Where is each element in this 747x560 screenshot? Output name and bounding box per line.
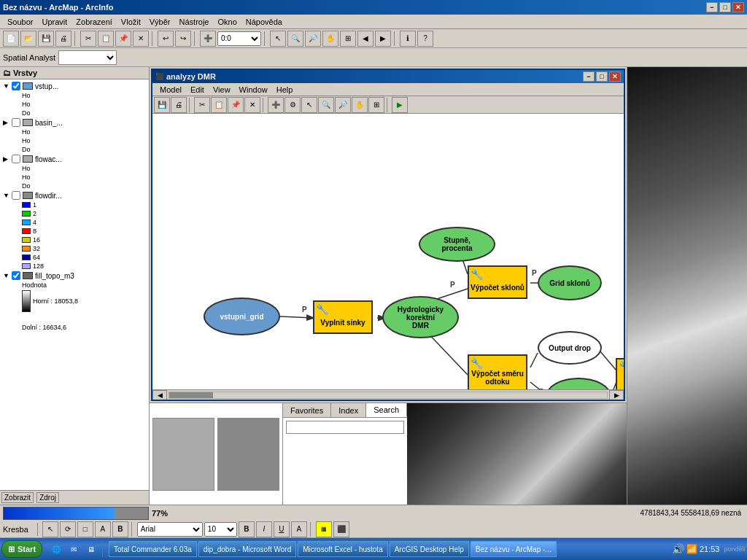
taskbar-excel[interactable]: Microsoft Excel - hustota (298, 541, 387, 557)
taskbar-word[interactable]: dip_dobra - Microsoft Word (198, 541, 296, 557)
node-grid-sklonu[interactable]: Grid sklonů (538, 265, 602, 300)
menu-napoveda[interactable]: Nápověda (241, 16, 287, 28)
adddata-btn[interactable]: ➕ (200, 31, 216, 47)
model-tb-paste[interactable]: 📌 (228, 97, 244, 113)
model-tb-cut[interactable]: ✂ (194, 97, 210, 113)
model-hscroll[interactable]: ◀ ▶ (152, 389, 624, 400)
open-btn[interactable]: 📂 (20, 31, 36, 47)
minimize-btn[interactable]: − (706, 2, 718, 12)
layer-check-basin[interactable] (12, 118, 20, 127)
redo-btn[interactable]: ↪ (175, 31, 191, 47)
layer-check-flowdir[interactable] (12, 191, 20, 200)
model-menu-view[interactable]: View (209, 84, 235, 96)
model-tb-save[interactable]: 💾 (154, 97, 170, 113)
node-hydrologicky[interactable]: HydrologickykorektníDMR (382, 296, 459, 338)
draw-select-btn[interactable]: ↖ (42, 521, 58, 537)
node-grid-flowdir[interactable]: Grid FlowDir (546, 378, 611, 389)
model-tb-run[interactable]: ▶ (392, 97, 408, 113)
model-menu-help[interactable]: Help (272, 84, 298, 96)
draw-bold-btn[interactable]: B (112, 521, 128, 537)
maximize-btn[interactable]: □ (719, 2, 731, 12)
new-btn[interactable]: 📄 (3, 31, 19, 47)
node-vypocet-smeru[interactable]: 🔧 Výpočet směru odtoku (468, 354, 527, 389)
layer-flowdir[interactable]: ▼ flowdir... (1, 190, 147, 201)
zoom-in-btn[interactable]: 🔍 (287, 31, 303, 47)
pan-btn[interactable]: ✋ (322, 31, 338, 47)
draw-bold2-btn[interactable]: B (239, 521, 255, 537)
model-tb-print[interactable]: 🖨 (171, 97, 187, 113)
model-tb-zoom-in[interactable]: 🔍 (318, 97, 334, 113)
node-output-drop[interactable]: Output drop (538, 331, 602, 365)
draw-fillcolor-btn[interactable]: ▦ (316, 521, 332, 537)
model-menu-window[interactable]: Window (235, 84, 272, 96)
identify-btn[interactable]: ℹ (400, 31, 416, 47)
zoom-prev-btn[interactable]: ◀ (357, 31, 374, 47)
print-btn[interactable]: 🖨 (55, 31, 71, 47)
ql-ie[interactable]: 🌐 (48, 541, 64, 557)
fontsize-select[interactable]: 10 (204, 522, 237, 537)
model-close[interactable]: ✕ (609, 71, 621, 82)
model-tb-add[interactable]: ➕ (268, 97, 284, 113)
model-tb-del[interactable]: ✕ (244, 97, 260, 113)
undo-btn[interactable]: ↩ (158, 31, 174, 47)
draw-underline-btn[interactable]: U (274, 521, 290, 537)
model-tb-copy[interactable]: 📋 (211, 97, 227, 113)
scroll-right[interactable]: ▶ (609, 390, 624, 400)
scale-select[interactable]: 0:0 (217, 31, 261, 46)
node-stupne[interactable]: Stupně,procenta (419, 227, 495, 262)
node-vyplnit-sinky[interactable]: 🔧 Vyplnit sinky (313, 300, 373, 334)
start-button[interactable]: ⊞ Start (1, 540, 42, 558)
draw-linecolor-btn[interactable]: ⬛ (333, 521, 349, 537)
scroll-thumb[interactable] (169, 392, 213, 398)
menu-soubor[interactable]: Soubor (3, 16, 37, 28)
model-menu-model[interactable]: Model (155, 84, 186, 96)
model-tb-zoom-out[interactable]: 🔎 (335, 97, 351, 113)
taskbar-commander[interactable]: Total Commander 6.03a (109, 541, 197, 557)
model-tb-pan[interactable]: ✋ (352, 97, 368, 113)
model-minimize[interactable]: − (583, 71, 595, 82)
layer-basin[interactable]: ▶ basin_... (1, 117, 147, 128)
draw-rotate-btn[interactable]: ⟳ (60, 521, 76, 537)
ql-show-desktop[interactable]: 🖥 (83, 541, 99, 557)
paste-btn[interactable]: 📌 (115, 31, 131, 47)
tab-favorites[interactable]: Favorites (283, 403, 331, 417)
zdroj-btn[interactable]: Zdroj (36, 492, 59, 503)
model-maximize[interactable]: □ (596, 71, 608, 82)
layer-vstupni[interactable]: ▼ vstup... (1, 81, 147, 91)
scroll-left[interactable]: ◀ (152, 390, 167, 400)
scroll-track[interactable] (169, 392, 608, 399)
menu-okno[interactable]: Okno (213, 16, 241, 28)
ql-email[interactable]: ✉ (66, 541, 82, 557)
draw-rect-btn[interactable]: □ (77, 521, 93, 537)
font-select[interactable]: Arial (137, 522, 203, 537)
zoom-out-btn[interactable]: 🔎 (305, 31, 321, 47)
tab-index[interactable]: Index (331, 403, 366, 417)
draw-text-btn[interactable]: A (95, 521, 111, 537)
taskbar-archelp[interactable]: ArcGIS Desktop Help (390, 541, 469, 557)
menu-vlozit[interactable]: Vložit (117, 16, 145, 28)
layer-filltopo[interactable]: ▼ fill_topo_m3 (1, 271, 147, 281)
node-vypocet-sklonu[interactable]: 🔧 Výpočet sklonů (468, 265, 527, 299)
search-input[interactable] (286, 421, 404, 434)
draw-color-btn[interactable]: A (291, 521, 307, 537)
close-btn[interactable]: ✕ (732, 2, 744, 12)
taskbar-arcmap[interactable]: Bez názvu - ArcMap -... (471, 541, 557, 557)
layer-check-vstupni[interactable] (12, 82, 20, 90)
node-vypocet-akum[interactable]: 🔧 Výpočet akumulace (616, 358, 624, 389)
model-tb-select[interactable]: ↖ (301, 97, 317, 113)
zobrazit-btn[interactable]: Zobrazit (1, 492, 34, 503)
cut-btn[interactable]: ✂ (80, 31, 96, 47)
select-btn[interactable]: ↖ (270, 31, 286, 47)
layer-flowac[interactable]: ▶ flowac... (1, 154, 147, 164)
layer-check-flowac[interactable] (12, 155, 20, 163)
draw-italic-btn[interactable]: I (256, 521, 272, 537)
menu-nastroje[interactable]: Nástroje (175, 16, 214, 28)
help-btn[interactable]: ? (417, 31, 433, 47)
save-btn[interactable]: 💾 (38, 31, 54, 47)
layer-check-fill[interactable] (12, 271, 20, 280)
model-tb-connect[interactable]: ⚙ (285, 97, 301, 113)
menu-vyber[interactable]: Výběr (145, 16, 175, 28)
node-vstupni-grid[interactable]: vstupni_grid (204, 298, 280, 335)
model-tb-fullext[interactable]: ⊞ (368, 97, 384, 113)
model-menu-edit[interactable]: Edit (186, 84, 209, 96)
